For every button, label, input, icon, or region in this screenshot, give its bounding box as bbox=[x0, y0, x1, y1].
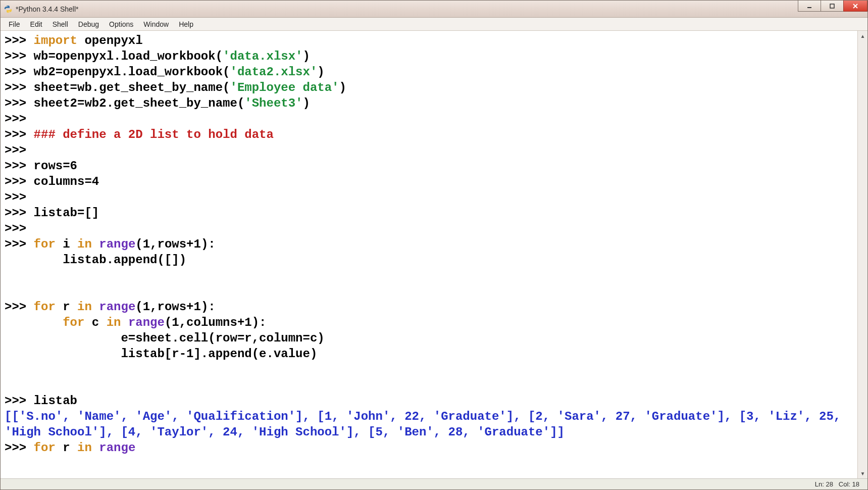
vertical-scrollbar[interactable]: ▲ ▼ bbox=[857, 31, 867, 478]
scroll-down-arrow[interactable]: ▼ bbox=[858, 468, 867, 478]
titlebar[interactable]: *Python 3.4.4 Shell* bbox=[1, 1, 867, 18]
statusbar: Ln: 28 Col: 18 bbox=[1, 478, 867, 489]
maximize-button[interactable] bbox=[821, 1, 844, 12]
content-area: >>> import openpyxl>>> wb=openpyxl.load_… bbox=[1, 31, 867, 478]
idle-window: *Python 3.4.4 Shell* FileEditShellDebugO… bbox=[0, 0, 868, 490]
window-title: *Python 3.4.4 Shell* bbox=[16, 5, 79, 13]
close-button[interactable] bbox=[843, 1, 867, 12]
menu-help[interactable]: Help bbox=[174, 19, 198, 30]
menu-shell[interactable]: Shell bbox=[47, 19, 73, 30]
window-controls bbox=[798, 1, 867, 13]
minimize-button[interactable] bbox=[798, 1, 821, 12]
scroll-up-arrow[interactable]: ▲ bbox=[858, 31, 867, 41]
menu-file[interactable]: File bbox=[4, 19, 25, 30]
python-icon bbox=[4, 5, 13, 14]
svg-point-1 bbox=[9, 11, 10, 12]
svg-point-0 bbox=[7, 6, 8, 7]
svg-rect-3 bbox=[830, 4, 834, 8]
menubar: FileEditShellDebugOptionsWindowHelp bbox=[1, 18, 867, 31]
menu-options[interactable]: Options bbox=[104, 19, 138, 30]
scroll-track[interactable] bbox=[858, 41, 867, 468]
shell-editor[interactable]: >>> import openpyxl>>> wb=openpyxl.load_… bbox=[1, 31, 857, 478]
menu-window[interactable]: Window bbox=[138, 19, 174, 30]
status-line: Ln: 28 Col: 18 bbox=[815, 480, 859, 488]
menu-edit[interactable]: Edit bbox=[25, 19, 47, 30]
menu-debug[interactable]: Debug bbox=[73, 19, 104, 30]
